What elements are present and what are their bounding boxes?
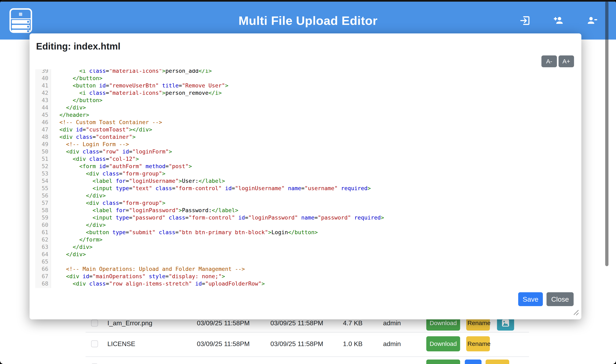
- code-line[interactable]: 62 </form>: [35, 236, 576, 243]
- code-line[interactable]: 50 <div class="row" id="loginForm">: [35, 148, 576, 155]
- code-line[interactable]: 48 <div class="container">: [35, 133, 576, 141]
- line-number: 64: [35, 251, 51, 258]
- code-line[interactable]: 45 </header>: [35, 111, 576, 119]
- page-scrollbar[interactable]: [605, 1, 608, 266]
- modal-resize-handle[interactable]: [573, 310, 578, 315]
- code-line[interactable]: 53 <div class="form-group">: [35, 170, 576, 177]
- line-number: 58: [35, 207, 51, 214]
- row-checkbox[interactable]: [91, 340, 98, 347]
- save-button[interactable]: Save: [518, 292, 543, 306]
- line-number: 48: [35, 133, 51, 141]
- code-line[interactable]: 46 <!-- Custom Toast Container -->: [35, 119, 576, 126]
- table-row: README.md03/10/25 00:50AM03/09/25 11:58P…: [86, 357, 530, 364]
- code-text: <input type="password" class="form-contr…: [51, 214, 384, 221]
- download-button[interactable]: Download: [426, 336, 460, 351]
- code-text: <div class="row align-items-stretch" id=…: [51, 280, 265, 287]
- code-text: <!-- Custom Toast Container -->: [51, 119, 162, 126]
- edit-file-modal: Editing: index.html A- A+ 39 <i class="m…: [29, 33, 581, 319]
- code-line[interactable]: 40 </button>: [35, 75, 576, 82]
- line-number: 57: [35, 199, 51, 207]
- code-text: <input type="text" class="form-control" …: [51, 185, 371, 192]
- code-line[interactable]: 55 <input type="text" class="form-contro…: [35, 185, 576, 192]
- code-text: <!-- Login Form -->: [51, 141, 129, 148]
- code-editor[interactable]: 39 <i class="material-icons">person_add<…: [35, 69, 576, 288]
- code-text: </div>: [51, 104, 86, 111]
- line-number: 44: [35, 104, 51, 111]
- code-line[interactable]: 66 <!-- Main Operations: Upload and Fold…: [35, 265, 576, 273]
- code-text: <div class="form-group">: [51, 170, 166, 177]
- row-checkbox[interactable]: [91, 320, 98, 326]
- rename-button[interactable]: Rename: [466, 336, 490, 351]
- line-number: 66: [35, 265, 51, 273]
- created-time: 03/09/25 11:58PM: [270, 364, 323, 364]
- code-line[interactable]: 58 <label for="loginPassword">Password:<…: [35, 207, 576, 214]
- file-size: 1.0 KB: [343, 340, 362, 348]
- code-text: <div class="container">: [51, 133, 136, 141]
- code-line[interactable]: 43 </button>: [35, 97, 576, 104]
- rename-button[interactable]: Rename: [486, 360, 509, 364]
- code-line[interactable]: 57 <div class="form-group">: [35, 199, 576, 207]
- code-line[interactable]: 41 <button id="removeUserBtn" title="Rem…: [35, 82, 576, 89]
- file-size: 4.7 KB: [343, 319, 362, 327]
- modified-time: 03/10/25 00:50AM: [197, 364, 250, 364]
- file-name: I_am_Error.png: [107, 319, 153, 327]
- code-line[interactable]: 42 <i class="material-icons">person_remo…: [35, 89, 576, 97]
- line-number: 60: [35, 221, 51, 229]
- person-remove-icon[interactable]: [586, 15, 598, 26]
- code-line[interactable]: 63 </div>: [35, 243, 576, 251]
- edit-button[interactable]: Edit: [465, 360, 482, 364]
- person-add-icon[interactable]: [553, 15, 564, 26]
- line-number: 65: [35, 258, 51, 265]
- window-edge: [0, 0, 616, 2]
- line-number: 52: [35, 163, 51, 170]
- code-line[interactable]: 68 <div class="row align-items-stretch" …: [35, 280, 576, 287]
- code-line[interactable]: 47 <div id="customToast"></div>: [35, 126, 576, 133]
- line-number: 43: [35, 97, 51, 104]
- code-line[interactable]: 60 </div>: [35, 221, 576, 229]
- code-text: <i class="material-icons">person_add</i>: [51, 69, 212, 75]
- download-button[interactable]: Download: [426, 360, 460, 364]
- code-text: </div>: [51, 251, 86, 258]
- line-number: 40: [35, 75, 51, 82]
- code-text: <div id="mainOperations" style="display:…: [51, 273, 225, 280]
- code-text: [51, 258, 56, 265]
- code-line[interactable]: 59 <input type="password" class="form-co…: [35, 214, 576, 221]
- code-text: </form>: [51, 236, 103, 243]
- modal-title: Editing: index.html: [36, 41, 120, 52]
- line-number: 59: [35, 214, 51, 221]
- code-line[interactable]: 51 <div class="col-12">: [35, 155, 576, 163]
- login-icon[interactable]: [519, 15, 531, 26]
- code-line[interactable]: 67 <div id="mainOperations" style="displ…: [35, 273, 576, 280]
- code-line[interactable]: 56 </div>: [35, 192, 576, 199]
- line-number: 62: [35, 236, 51, 243]
- file-size: 6.1 KB: [343, 364, 362, 364]
- line-number: 54: [35, 177, 51, 185]
- code-line[interactable]: 54 <label for="loginUsername">User:</lab…: [35, 177, 576, 185]
- code-line[interactable]: 39 <i class="material-icons">person_add<…: [35, 69, 576, 75]
- code-line[interactable]: 49 <!-- Login Form -->: [35, 141, 576, 148]
- code-lines: 39 <i class="material-icons">person_add<…: [35, 69, 576, 287]
- code-line[interactable]: 52 <form id="authForm" method="post">: [35, 163, 576, 170]
- file-name: LICENSE: [107, 340, 135, 348]
- close-button[interactable]: Close: [547, 292, 574, 306]
- code-text: <label for="loginUsername">User:</label>: [51, 177, 225, 185]
- table-row: LICENSE03/09/25 11:58PM03/09/25 11:58PM1…: [86, 334, 530, 354]
- code-text: <div class="col-12">: [51, 155, 139, 163]
- code-line[interactable]: 44 </div>: [35, 104, 576, 111]
- file-name: README.md: [107, 364, 146, 364]
- font-decrease-button[interactable]: A-: [541, 55, 557, 67]
- line-number: 55: [35, 185, 51, 192]
- code-text: </button>: [51, 75, 103, 82]
- code-text: <label for="loginPassword">Password:</la…: [51, 207, 238, 214]
- code-line[interactable]: 61 <button type="submit" class="btn btn-…: [35, 229, 576, 236]
- code-line[interactable]: 65: [35, 258, 576, 265]
- line-number: 41: [35, 82, 51, 89]
- line-number: 39: [35, 69, 51, 75]
- line-number: 47: [35, 126, 51, 133]
- code-text: <!-- Main Operations: Upload and Folder …: [51, 265, 245, 273]
- font-increase-button[interactable]: A+: [559, 55, 574, 67]
- code-text: <div id="customToast"></div>: [51, 126, 152, 133]
- code-text: <button type="submit" class="btn btn-pri…: [51, 229, 318, 236]
- code-line[interactable]: 64 </div>: [35, 251, 576, 258]
- line-number: 42: [35, 89, 51, 97]
